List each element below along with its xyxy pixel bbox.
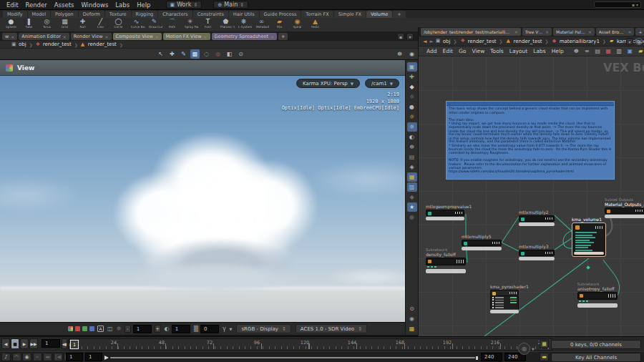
display-options-gear-icon[interactable]: ☸ [395, 49, 404, 59]
node-density_falloff[interactable]: Subnetworkdensity_falloff [426, 247, 466, 273]
pane-tab[interactable]: + × [635, 28, 644, 36]
shelf-tool[interactable]: ▲ Helix [306, 18, 324, 31]
contrast-icon[interactable]: ◐ [165, 326, 170, 332]
timeline-ruler[interactable]: 1 24487296120144168192216240 [69, 338, 552, 351]
shelf-tab[interactable]: Guide Process [260, 11, 301, 18]
shelf-tool[interactable]: ╱ Line [92, 18, 109, 31]
pane-menu-icon[interactable]: ▾ [406, 33, 414, 40]
color-correction-icon[interactable]: ▦ [407, 324, 417, 333]
display-settings-gear-icon[interactable]: ☸ [407, 142, 417, 152]
tab-close-icon[interactable]: × [11, 34, 14, 39]
menu-item[interactable]: Tools [487, 48, 506, 54]
playbar-zoom-icon[interactable]: ◎ [518, 343, 530, 355]
red-channel-icon[interactable] [75, 326, 80, 331]
sphere-dim-icon[interactable]: ● [407, 212, 417, 222]
path-dropdown-icon[interactable]: ▾ [626, 38, 633, 45]
info-icon[interactable]: ◉ [407, 314, 417, 323]
shelf-tab[interactable]: Modify [3, 11, 27, 18]
breadcrumb-item[interactable]: ▲ render_test ❯ [81, 41, 126, 47]
pane-tab[interactable]: Asset Browser × [596, 28, 635, 36]
shelf-tab[interactable]: Simple FX [334, 11, 366, 18]
shelf-tool[interactable]: ◎ Torus [38, 18, 56, 31]
menu-item[interactable]: Labs [530, 48, 548, 54]
menu-item[interactable]: View [469, 48, 487, 54]
shelf-tool[interactable]: ∿ Curve Bezier [127, 18, 145, 31]
node-anisotropy_falloff[interactable]: Subnetworkanisotropy_falloff [577, 281, 618, 308]
shelf-tool[interactable]: ● Sphere [2, 18, 20, 31]
tab-close-icon[interactable]: × [204, 34, 208, 39]
rgb-chann el-icon[interactable] [68, 326, 73, 331]
pane-tab[interactable]: Geometry Spreadsheet × [212, 33, 277, 40]
camera-icon[interactable]: ⊙ [236, 49, 245, 59]
range-slider-end-handle[interactable] [476, 356, 478, 360]
forward-arrow-icon[interactable]: ► [429, 39, 433, 44]
keys-summary-button[interactable]: 0 keys, 0/0 channels [551, 340, 641, 349]
multi-view-icon[interactable]: ◈ [407, 162, 417, 172]
shelf-tab[interactable]: Rigging [132, 11, 158, 18]
shade-mode-icon[interactable]: ◐ [407, 132, 417, 142]
range-slider-handle[interactable] [104, 356, 109, 360]
shelf-tool[interactable]: ✎ Draw Curve [145, 18, 163, 31]
snapshot-panel-icon[interactable]: ▣ [626, 47, 634, 55]
window-controls[interactable]: ▪▾ [594, 1, 641, 8]
fast-forward-button[interactable]: ▶▶ [29, 338, 38, 349]
playhead[interactable]: 1 [70, 340, 79, 349]
shelf-tab[interactable]: Hair Utils [229, 11, 259, 18]
desktop-selector[interactable]: ⊕ Main ⇕ [213, 1, 248, 9]
menu-item[interactable]: Add [424, 48, 440, 54]
snapshot-icon[interactable]: ◧ [225, 49, 234, 59]
tab-close-icon[interactable]: × [155, 34, 159, 39]
translate-tool-icon[interactable]: ✚ [167, 49, 177, 59]
contrast-field[interactable]: 1 [172, 325, 190, 333]
tab-close-icon[interactable]: × [545, 29, 549, 34]
shelf-tab[interactable]: Deform [79, 11, 104, 18]
tree-layout-icon[interactable]: ≡ [583, 47, 591, 55]
shelf-tab[interactable]: Texture [105, 11, 131, 18]
pane-tab[interactable]: Tree View × [522, 28, 552, 36]
dither-icon[interactable]: ▒ [194, 326, 198, 332]
view-transform-selector[interactable]: ACES 1.0 - SDR Video ⇕ [296, 324, 367, 333]
tab-close-icon[interactable]: × [628, 29, 631, 34]
range-start-field[interactable]: 1 [66, 353, 83, 361]
dopnet-slider-icon[interactable]: ▬ [43, 353, 52, 361]
pane-tab[interactable]: w × [2, 33, 17, 40]
pane-tab[interactable]: Material Palette × [553, 28, 595, 36]
shelf-tab[interactable]: + [393, 11, 405, 18]
tab-close-icon[interactable]: × [63, 34, 67, 39]
camera-selector[interactable]: /cam1 ▼ [365, 79, 399, 88]
shelf-tool[interactable]: ◯ Circle [109, 18, 127, 31]
dim-light-icon[interactable]: ☼ [407, 92, 417, 102]
pane-tab[interactable]: Render View × [71, 33, 112, 40]
breadcrumb-item[interactable]: ❖ render_test ❯ [36, 41, 81, 47]
menu-item[interactable]: Edit [440, 48, 457, 54]
shelf-tool[interactable]: ▦ Grid [56, 18, 74, 31]
stop-button[interactable]: ■ [11, 338, 19, 349]
shelf-tool[interactable]: ❚ Tube [20, 18, 38, 31]
tab-close-icon[interactable]: × [514, 29, 518, 34]
breadcrumb-item[interactable]: ▲ render_test ❯ [507, 39, 552, 44]
menu-item[interactable]: Edit [3, 1, 21, 9]
network-canvas[interactable]: VEX Builder - This basic setup shows the… [419, 57, 644, 336]
playback-range-slider[interactable] [104, 356, 478, 360]
shelf-tool[interactable]: ✳ Spray Paint [181, 18, 199, 31]
shelf-tab[interactable]: Polygon [51, 11, 78, 18]
shelf-tool[interactable]: ◉ Spiral [288, 18, 306, 31]
goto-range-start-icon[interactable]: [◀ [54, 353, 63, 361]
node-mtlxgeompropvalue1[interactable]: mtlxgeompropvalue1 [426, 204, 464, 220]
pane-tab[interactable]: + × [278, 33, 288, 40]
shelf-tool[interactable]: ❋ L-System [235, 18, 253, 31]
menu-item[interactable]: Go [456, 48, 469, 54]
shelf-tab[interactable]: Characters [158, 11, 192, 18]
shelf-tab[interactable]: Constraints [193, 11, 228, 18]
gain-plus-button[interactable]: + [155, 325, 161, 333]
shelf-tab[interactable]: Model [28, 11, 51, 18]
menu-item[interactable]: Help [549, 48, 567, 54]
menu-item[interactable]: Layout [507, 48, 531, 54]
shelf-tool[interactable]: ∞ Metaball [253, 18, 270, 31]
menu-item[interactable]: Render [21, 1, 50, 9]
sticky-note[interactable]: - This basic setup shows the concept beh… [446, 101, 615, 180]
viewport-3d-view[interactable]: Karma XPU: Persp ▼ /cam1 ▼ 2:19 1920 x 1… [0, 76, 405, 322]
sim-cache-icon[interactable]: ≈ [33, 353, 42, 361]
chevron-down-icon[interactable]: ▼ [532, 347, 535, 351]
range-end-field[interactable]: 240 [481, 353, 502, 361]
